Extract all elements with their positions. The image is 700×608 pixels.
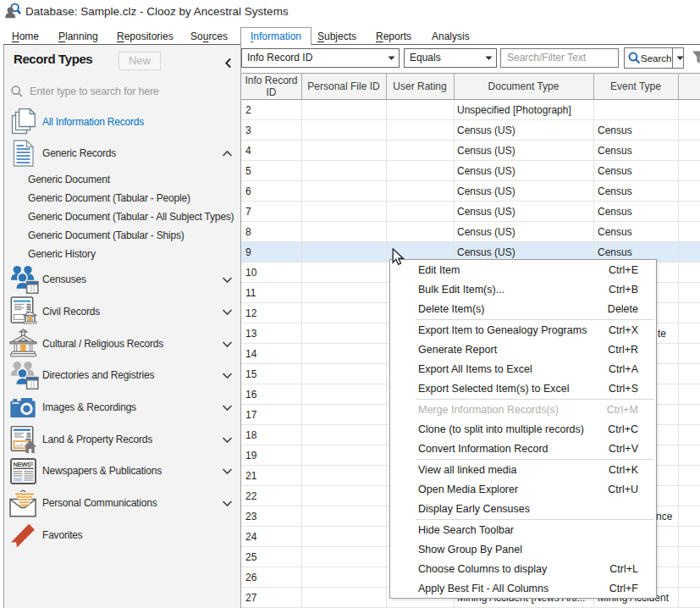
svg-text:NEWS: NEWS — [14, 461, 32, 468]
